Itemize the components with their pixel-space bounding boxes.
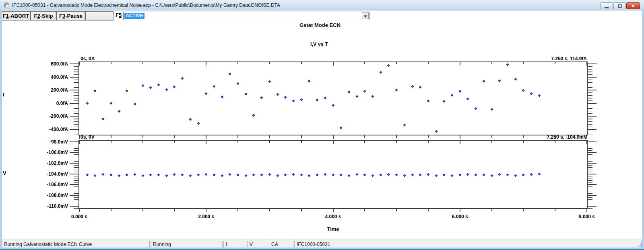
axis-tick — [555, 141, 555, 143]
axis-tick — [206, 209, 206, 212]
axis-tick — [74, 189, 78, 190]
axis-tick — [588, 64, 597, 64]
x-tick-label: 8.000 s — [571, 214, 603, 219]
chevron-down-icon — [364, 15, 367, 17]
axis-tick — [491, 209, 492, 211]
axis-tick — [74, 182, 78, 183]
axis-tick — [70, 64, 78, 64]
axis-tick — [74, 186, 78, 187]
data-point — [126, 174, 128, 176]
y-tick-label: -98.0mV — [39, 139, 68, 145]
title-bar[interactable]: IFC1000-05031 - Galvanostatic Mode Elect… — [0, 0, 644, 10]
data-point — [538, 94, 541, 97]
data-point — [173, 173, 176, 176]
abort-button[interactable]: F1-ABORT — [1, 11, 31, 20]
current-vs-time-plot[interactable]: 0s, 0A 7.250 s, 114.9fA 600.0fA400.0fA20… — [78, 61, 588, 135]
axis-tick — [74, 124, 78, 125]
data-point — [284, 174, 287, 176]
axis-tick — [460, 141, 460, 144]
status-combobox[interactable]: ACTIVE — [123, 12, 369, 20]
toolbar-spacer-button[interactable] — [85, 11, 114, 20]
status-run-state: Running — [151, 241, 223, 248]
axis-tick — [333, 141, 334, 144]
axis-tick — [79, 141, 80, 144]
x-tick-label: 6.000 s — [444, 214, 476, 219]
data-point — [197, 174, 200, 176]
x-tick-label: 4.000 s — [317, 214, 349, 219]
voltage-vs-time-plot[interactable]: 0s, 0V 7.250 s, -104.0mV Time -98.0mV-10… — [78, 140, 588, 209]
axis-tick — [70, 206, 78, 207]
axis-tick — [588, 113, 592, 114]
data-point — [466, 173, 469, 176]
maximize-button[interactable] — [613, 2, 626, 9]
toolbar: F1-ABORT F2-Skip F3-Pause F5 ACTIVE — [0, 10, 644, 21]
axis-tick — [588, 186, 592, 187]
minimize-button[interactable] — [600, 2, 613, 9]
data-point — [252, 114, 255, 117]
data-point — [340, 174, 343, 176]
combobox-dropdown-button[interactable] — [362, 12, 369, 19]
axis-tick — [588, 92, 592, 93]
data-point — [411, 174, 414, 176]
axis-tick — [396, 135, 397, 138]
window-border-left — [0, 10, 2, 250]
axis-tick — [74, 87, 78, 88]
axis-tick — [460, 135, 460, 139]
data-point — [363, 174, 366, 176]
axis-tick — [588, 146, 592, 147]
data-point — [371, 95, 374, 98]
data-point — [324, 173, 326, 176]
axis-tick — [74, 127, 78, 127]
data-point — [141, 174, 144, 177]
data-point — [157, 84, 160, 86]
axis-tick — [301, 209, 302, 211]
plot-latest-point-annotation: 7.250 s, -104.0mV — [547, 134, 587, 140]
axis-tick — [111, 62, 111, 64]
axis-tick — [588, 152, 597, 153]
axis-tick — [79, 135, 80, 139]
data-point — [522, 174, 525, 176]
axis-tick — [588, 85, 592, 86]
axis-tick — [588, 184, 597, 185]
data-point — [197, 122, 200, 125]
axis-tick — [364, 135, 365, 138]
axis-tick — [206, 62, 206, 66]
data-point — [165, 174, 168, 177]
axis-tick — [588, 90, 597, 90]
pause-button[interactable]: F3-Pause — [56, 11, 85, 20]
axis-tick — [301, 62, 302, 64]
data-point — [371, 174, 374, 177]
axis-tick — [74, 193, 78, 194]
axis-tick — [74, 191, 78, 192]
axis-tick — [74, 202, 78, 203]
axis-tick — [174, 62, 175, 64]
axis-tick — [333, 209, 334, 212]
axis-tick — [523, 135, 524, 138]
data-point — [109, 102, 112, 105]
skip-button[interactable]: F2-Skip — [31, 11, 56, 20]
data-point — [300, 174, 303, 176]
axis-tick — [70, 116, 78, 117]
close-button[interactable]: ✕ — [626, 2, 640, 9]
data-point — [443, 100, 446, 102]
axis-tick — [70, 103, 78, 104]
data-point — [292, 173, 295, 176]
axis-tick — [588, 103, 597, 104]
axis-tick — [74, 74, 78, 75]
data-point — [419, 86, 422, 89]
axis-tick — [237, 62, 238, 64]
plot-latest-point-annotation: 7.250 s, 114.9fA — [551, 56, 587, 61]
axis-tick — [588, 129, 597, 130]
y-tick-label: -110.0mV — [39, 203, 68, 209]
data-point — [490, 174, 493, 177]
data-point — [181, 174, 184, 176]
axis-tick — [74, 165, 78, 166]
data-point — [292, 99, 295, 102]
axis-tick — [588, 141, 597, 142]
axis-tick — [269, 62, 270, 64]
status-cell-mode: CA — [269, 241, 293, 248]
maximize-icon — [618, 4, 621, 8]
data-point — [173, 86, 176, 88]
data-point — [379, 71, 382, 74]
axis-tick — [588, 124, 592, 125]
